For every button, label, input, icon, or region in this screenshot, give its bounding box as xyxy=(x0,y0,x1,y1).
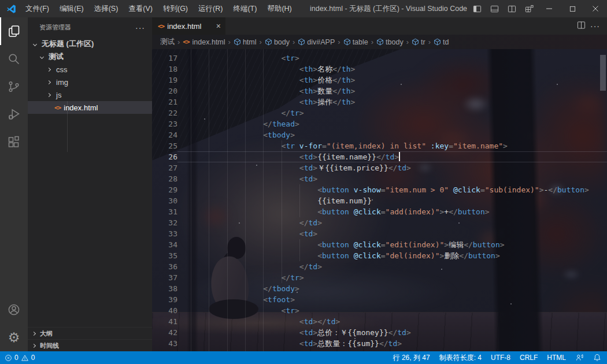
code-line[interactable]: 25 <tr v-for="(item,index) in list" :key… xyxy=(152,140,607,151)
code-line[interactable]: 29 <button v-show="item.num > 0" @click=… xyxy=(152,184,607,195)
folder-css[interactable]: css xyxy=(28,63,152,76)
code-line[interactable]: 40 <tr> xyxy=(152,305,607,316)
split-editor-icon[interactable] xyxy=(577,21,586,32)
code-line[interactable]: 32 </td> xyxy=(152,217,607,228)
timeline-section[interactable]: 时间线 xyxy=(28,339,152,351)
code-line[interactable]: 34 <button @click="edit(index)">编辑</butt… xyxy=(152,239,607,250)
code-line[interactable]: 18 <th>名称</th> xyxy=(152,64,607,75)
code-lines[interactable]: 17 <tr>18 <th>名称</th>19 <th>价格</th>20 <t… xyxy=(152,49,607,351)
breadcrumb-file[interactable]: <>index.html xyxy=(183,38,225,46)
language-mode[interactable]: HTML xyxy=(547,354,566,362)
more-actions-icon[interactable]: ··· xyxy=(588,21,602,31)
code-line[interactable]: 42 <td>总价：￥{{money}}</td> xyxy=(152,327,607,338)
indentation-setting[interactable]: 制表符长度: 4 xyxy=(439,353,482,363)
vscode-logo-icon xyxy=(5,3,17,14)
menu-terminal[interactable]: 终端(T) xyxy=(228,0,262,17)
outline-section[interactable]: 大纲 xyxy=(28,327,152,339)
title-bar: 文件(F) 编辑(E) 选择(S) 查看(V) 转到(G) 运行(R) 终端(T… xyxy=(0,0,607,17)
maximize-button[interactable] xyxy=(561,0,584,17)
search-icon[interactable] xyxy=(0,45,28,73)
code-line[interactable]: 28 <td> xyxy=(152,173,607,184)
menu-selection[interactable]: 选择(S) xyxy=(89,0,124,17)
line-number: 31 xyxy=(152,206,177,217)
explorer-icon[interactable] xyxy=(0,17,28,45)
menu-run[interactable]: 运行(R) xyxy=(193,0,228,17)
code-line[interactable]: 35 <button @click="del(index)">删除</butto… xyxy=(152,250,607,261)
code-line[interactable]: 19 <th>价格</th> xyxy=(152,75,607,86)
breadcrumb-tr[interactable]: tr xyxy=(412,38,425,46)
chevron-down-icon xyxy=(33,42,37,46)
explorer-more-actions-icon[interactable]: ··· xyxy=(135,23,145,32)
code-line[interactable]: 27 <td>￥{{item.price}}</td> xyxy=(152,162,607,173)
window-title: index.html - 无标题 (工作区) - Visual Studio C… xyxy=(310,4,467,14)
customize-layout-icon[interactable] xyxy=(520,0,538,17)
code-line[interactable]: 21 <th>操作</th> xyxy=(152,96,607,107)
code-line[interactable]: 37 </tr> xyxy=(152,272,607,283)
notifications-bell-icon[interactable] xyxy=(593,354,601,362)
code-line[interactable]: 36 </td> xyxy=(152,261,607,272)
editor-group: <> index.html × ··· 测试 › <>index.html › … xyxy=(152,17,607,351)
minimize-button[interactable] xyxy=(538,0,561,17)
chevron-right-icon xyxy=(32,343,36,347)
settings-gear-icon[interactable]: ⚙ xyxy=(0,324,28,351)
extensions-icon[interactable] xyxy=(0,128,28,156)
workspace-label: 无标题 (工作区) xyxy=(42,39,94,49)
close-button[interactable] xyxy=(584,0,607,17)
breadcrumb-body[interactable]: body xyxy=(265,38,290,46)
code-line[interactable]: 33 <td> xyxy=(152,228,607,239)
breadcrumb-tbody[interactable]: tbody xyxy=(376,38,404,46)
cursor-position[interactable]: 行 26, 列 47 xyxy=(393,353,430,363)
encoding[interactable]: UTF-8 xyxy=(491,354,510,362)
menu-view[interactable]: 查看(V) xyxy=(123,0,158,17)
source-control-icon[interactable] xyxy=(0,73,28,101)
run-debug-icon[interactable] xyxy=(0,101,28,128)
line-number: 42 xyxy=(152,327,177,338)
menu-help[interactable]: 帮助(H) xyxy=(262,0,297,17)
tab-index-html[interactable]: <> index.html × xyxy=(152,17,225,35)
code-line[interactable]: 43 <td>总数量：{{sum}}</td> xyxy=(152,338,607,349)
line-number: 18 xyxy=(152,64,177,75)
folder-root[interactable]: 测试 xyxy=(28,50,152,63)
breadcrumb-td[interactable]: td xyxy=(434,38,449,46)
breadcrumb-table[interactable]: table xyxy=(343,38,368,46)
chevron-right-icon xyxy=(47,80,51,84)
account-icon[interactable] xyxy=(0,296,28,324)
code-line[interactable]: 22 </tr> xyxy=(152,107,607,118)
menu-edit[interactable]: 编辑(E) xyxy=(54,0,89,17)
code-line[interactable]: 38 </tbody> xyxy=(152,283,607,294)
tab-close-icon[interactable]: × xyxy=(216,21,221,31)
eol-sequence[interactable]: CRLF xyxy=(520,354,538,362)
code-line[interactable]: 41 <td></td> xyxy=(152,316,607,327)
code-line[interactable]: 30 {{item.num}} xyxy=(152,195,607,206)
code-line[interactable]: 39 <tfoot> xyxy=(152,294,607,305)
feedback-icon[interactable] xyxy=(575,354,584,362)
workspace-root[interactable]: 无标题 (工作区) xyxy=(28,38,152,50)
breadcrumb-folder[interactable]: 测试 xyxy=(160,37,175,47)
error-icon xyxy=(5,354,12,362)
sidebar-bottom-sections: 大纲 时间线 xyxy=(28,327,152,351)
code-line[interactable]: 24 <tbody> xyxy=(152,129,607,140)
code-line[interactable]: 20 <th>数量</th> xyxy=(152,86,607,96)
breadcrumb-html[interactable]: html xyxy=(234,38,257,46)
folder-label: img xyxy=(56,78,68,87)
code-line[interactable]: 17 <tr> xyxy=(152,53,607,64)
menu-file[interactable]: 文件(F) xyxy=(20,0,54,17)
code-line[interactable]: 26 <td>{{item.name}}</td> xyxy=(152,151,607,162)
problems-indicator[interactable]: 0 0 xyxy=(5,354,35,362)
folder-js[interactable]: js xyxy=(28,88,152,101)
code-line[interactable]: 31 <button @click="add(index)">+</button… xyxy=(152,206,607,217)
breadcrumb-div-app[interactable]: div#APP xyxy=(298,38,335,46)
file-index-html[interactable]: <> index.html xyxy=(28,101,152,114)
code-editor[interactable]: 17 <tr>18 <th>名称</th>19 <th>价格</th>20 <t… xyxy=(152,49,607,351)
toggle-secondary-sidebar-icon[interactable] xyxy=(503,0,520,17)
toggle-panel-icon[interactable] xyxy=(486,0,503,17)
explorer-title: 资源管理器 xyxy=(39,23,71,32)
line-number: 28 xyxy=(152,173,177,184)
menu-go[interactable]: 转到(G) xyxy=(158,0,193,17)
breadcrumb-separator: › xyxy=(260,38,262,46)
line-number: 27 xyxy=(152,162,177,173)
vertical-scrollbar[interactable] xyxy=(600,55,606,91)
code-line[interactable]: 23 </thead> xyxy=(152,118,607,129)
folder-img[interactable]: img xyxy=(28,76,152,88)
toggle-sidebar-icon[interactable] xyxy=(468,0,486,17)
